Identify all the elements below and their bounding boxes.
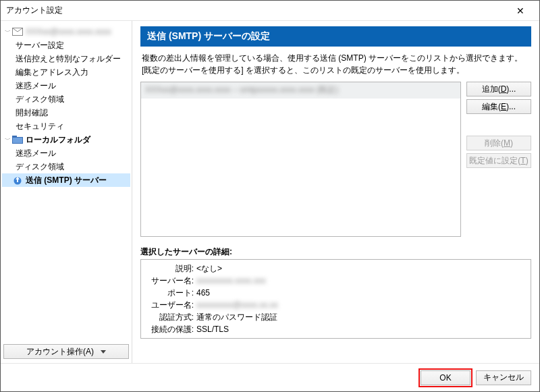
details-box: 説明: <なし> サーバー名: xxxxxxxxx.xxxx.xxx ポート: … bbox=[140, 259, 531, 339]
tree-item-server-settings[interactable]: サーバー設定 bbox=[2, 38, 130, 52]
server-section: XXXxx@xxxx.xxxx.xxxx – smtpxxxxx.xxxx.xx… bbox=[140, 82, 531, 237]
folder-icon bbox=[12, 135, 23, 144]
chevron-down-icon[interactable]: ﹀ bbox=[3, 136, 11, 144]
account-actions-button[interactable]: アカウント操作(A) bbox=[3, 344, 129, 359]
tree-item-disk[interactable]: ディスク領域 bbox=[2, 92, 130, 106]
server-buttons: 追加(D)... 編集(E)... 削除(M) 既定値に設定(T) bbox=[466, 82, 531, 237]
detail-auth: 認証方式: 通常のパスワード認証 bbox=[146, 311, 525, 323]
panel-header: 送信 (SMTP) サーバーの設定 bbox=[140, 26, 531, 47]
chevron-down-icon[interactable]: ﹀ bbox=[3, 28, 11, 36]
tree-local-folders[interactable]: ﹀ ローカルフォルダ bbox=[2, 133, 130, 146]
delete-button: 削除(M) bbox=[466, 136, 531, 150]
tree-item-receipts[interactable]: 開封確認 bbox=[2, 106, 130, 119]
tree-item-composition[interactable]: 編集とアドレス入力 bbox=[2, 65, 130, 79]
account-settings-window: アカウント設定 ✕ ﹀ XXXxx@xxxx.xxxx.xxxx サーバー設定 … bbox=[0, 0, 540, 392]
account-actions-label: アカウント操作(A) bbox=[26, 346, 94, 358]
tree-item-junk[interactable]: 迷惑メール bbox=[2, 79, 130, 92]
smtp-server-item-label: XXXxx@xxxx.xxxx.xxxx – smtpxxxxx.xxxx.xx… bbox=[145, 85, 338, 94]
smtp-server-item[interactable]: XXXxx@xxxx.xxxx.xxxx – smtpxxxxx.xxxx.xx… bbox=[141, 82, 460, 99]
tree-item-local-junk[interactable]: 迷惑メール bbox=[2, 146, 130, 160]
smtp-server-list[interactable]: XXXxx@xxxx.xxxx.xxxx – smtpxxxxx.xxxx.xx… bbox=[140, 82, 461, 237]
detail-username: ユーザー名: xxxxxxxxx@xxxx.xx.xx bbox=[146, 299, 525, 311]
window-title: アカウント設定 bbox=[6, 5, 507, 16]
tree-item-security[interactable]: セキュリティ bbox=[2, 119, 130, 133]
cancel-button[interactable]: キャンセル bbox=[476, 370, 531, 385]
smtp-label: 送信 (SMTP) サーバー bbox=[26, 175, 107, 186]
detail-server-name: サーバー名: xxxxxxxxx.xxxx.xxx bbox=[146, 275, 525, 287]
close-icon: ✕ bbox=[516, 5, 524, 16]
tree-item-smtp[interactable]: 送信 (SMTP) サーバー bbox=[2, 173, 130, 187]
details-title: 選択したサーバーの詳細: bbox=[140, 246, 531, 258]
outgoing-icon bbox=[12, 175, 23, 185]
main-panel: 送信 (SMTP) サーバーの設定 複数の差出人情報を管理している場合、使用する… bbox=[132, 21, 539, 363]
edit-button[interactable]: 編集(E)... bbox=[466, 99, 531, 114]
account-tree[interactable]: ﹀ XXXxx@xxxx.xxxx.xxxx サーバー設定 送信控えと特別なフォ… bbox=[2, 24, 130, 341]
detail-port: ポート: 465 bbox=[146, 287, 525, 299]
local-folders-label: ローカルフォルダ bbox=[26, 134, 90, 146]
dialog-body: ﹀ XXXxx@xxxx.xxxx.xxxx サーバー設定 送信控えと特別なフォ… bbox=[1, 21, 539, 363]
titlebar: アカウント設定 ✕ bbox=[1, 1, 539, 21]
dialog-footer: OK キャンセル bbox=[1, 363, 539, 391]
tree-account-root[interactable]: ﹀ XXXxx@xxxx.xxxx.xxxx bbox=[2, 25, 130, 38]
set-default-button: 既定値に設定(T) bbox=[466, 153, 531, 168]
ok-button[interactable]: OK bbox=[421, 370, 470, 385]
svg-rect-3 bbox=[13, 138, 22, 143]
tree-item-copies-folders[interactable]: 送信控えと特別なフォルダー bbox=[2, 52, 130, 65]
tree-item-local-disk[interactable]: ディスク領域 bbox=[2, 160, 130, 173]
button-spacer bbox=[466, 117, 531, 133]
chevron-down-icon bbox=[101, 350, 106, 354]
close-button[interactable]: ✕ bbox=[507, 1, 534, 20]
account-name: XXXxx@xxxx.xxxx.xxxx bbox=[26, 27, 111, 36]
mail-icon bbox=[12, 27, 23, 36]
detail-security: 接続の保護: SSL/TLS bbox=[146, 323, 525, 335]
add-button[interactable]: 追加(D)... bbox=[466, 82, 531, 96]
server-details: 選択したサーバーの詳細: 説明: <なし> サーバー名: xxxxxxxxx.x… bbox=[140, 246, 531, 339]
panel-description: 複数の差出人情報を管理している場合、使用する送信 (SMTP) サーバーをこのリ… bbox=[140, 47, 531, 82]
detail-description: 説明: <なし> bbox=[146, 262, 525, 275]
sidebar: ﹀ XXXxx@xxxx.xxxx.xxxx サーバー設定 送信控えと特別なフォ… bbox=[1, 21, 132, 363]
